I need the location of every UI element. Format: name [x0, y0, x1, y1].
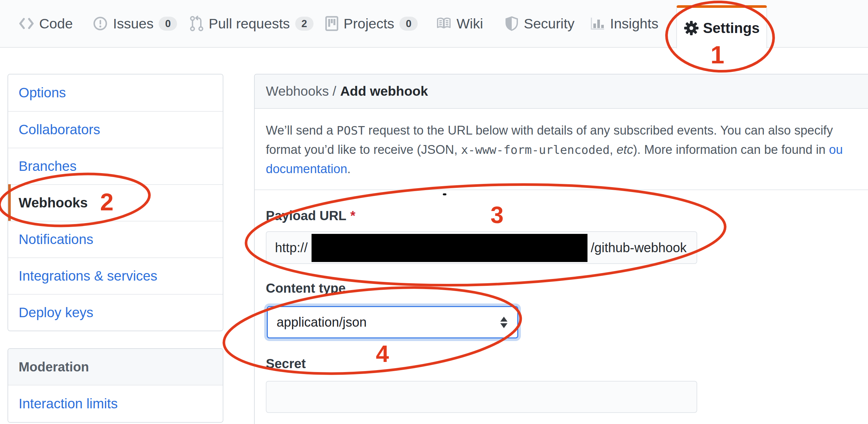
issue-opened-icon — [93, 16, 108, 31]
intro-line-2: format you’d like to receive (JSON, x-ww… — [266, 140, 843, 159]
graph-icon — [590, 17, 605, 30]
tab-label: Security — [524, 16, 575, 32]
projects-count-badge: 0 — [399, 17, 418, 31]
sidebar-item-label: Branches — [19, 158, 76, 174]
book-icon — [436, 17, 451, 30]
payload-url-input[interactable]: http:// /github-webhook — [266, 231, 697, 264]
required-asterisk: * — [350, 208, 355, 223]
tab-issues[interactable]: Issues 0 — [93, 0, 177, 47]
tab-insights[interactable]: Insights — [590, 0, 658, 47]
tab-security[interactable]: Security — [505, 0, 575, 47]
tab-label: Projects — [344, 16, 394, 32]
select-arrows-icon — [500, 316, 507, 328]
payload-url-suffix: /github-webhook — [591, 232, 687, 263]
tab-wiki[interactable]: Wiki — [436, 0, 483, 47]
documentation-link[interactable]: documentation — [266, 162, 347, 176]
content-type-value: application/json — [277, 315, 367, 330]
pull-requests-count-badge: 2 — [295, 17, 313, 31]
sidebar-item-label: Collaborators — [19, 122, 100, 138]
sidebar-item-label: Notifications — [19, 232, 93, 247]
sidebar-item-label: Webhooks — [19, 195, 88, 211]
sidebar-item-label: Options — [19, 85, 66, 101]
tab-projects[interactable]: Projects 0 — [325, 0, 418, 47]
payload-url-prefix: http:// — [275, 240, 308, 255]
secret-input[interactable] — [266, 381, 697, 413]
moderation-section-header: Moderation — [8, 349, 223, 386]
code-icon — [19, 18, 34, 29]
settings-sidebar-menu: Options Collaborators Branches Webhooks … — [7, 74, 223, 331]
intro-line-3: documentation. — [266, 159, 843, 179]
sidebar-item-options[interactable]: Options — [8, 74, 223, 111]
payload-url-label: Payload URL* — [266, 208, 355, 223]
issues-count-badge: 0 — [159, 17, 177, 31]
mono-urlencoded: x-www-form-urlencoded — [461, 143, 610, 156]
content-type-select[interactable]: application/json — [267, 306, 518, 338]
tab-label: Code — [39, 16, 73, 32]
stray-mark — [443, 193, 446, 195]
sidebar-item-notifications[interactable]: Notifications — [8, 221, 223, 258]
sidebar-item-integrations-services[interactable]: Integrations & services — [8, 258, 223, 294]
tab-label: Settings — [703, 20, 760, 36]
mono-post: POST — [337, 124, 365, 137]
breadcrumb: Webhooks / Add webhook — [255, 74, 868, 109]
breadcrumb-current: Add webhook — [340, 84, 428, 99]
sidebar-item-webhooks[interactable]: Webhooks — [8, 184, 223, 221]
git-pull-request-icon — [190, 16, 204, 31]
shield-icon — [505, 16, 519, 31]
tab-label: Pull requests — [209, 16, 290, 32]
webhook-intro-text: We’ll send a POST request to the URL bel… — [266, 121, 843, 179]
moderation-sidebar-menu: Moderation Interaction limits — [7, 348, 223, 423]
sidebar-item-interaction-limits[interactable]: Interaction limits — [8, 386, 223, 422]
tab-label: Insights — [610, 16, 658, 32]
tab-pull-requests[interactable]: Pull requests 2 — [190, 0, 313, 47]
secret-label: Secret — [266, 356, 306, 371]
gear-icon — [684, 21, 699, 36]
add-webhook-panel: Webhooks / Add webhook We’ll send a POST… — [254, 74, 868, 424]
tab-label: Wiki — [457, 16, 483, 32]
redaction-black-box — [312, 234, 588, 262]
tab-label: Issues — [113, 16, 154, 32]
section-divider — [255, 189, 868, 190]
breadcrumb-section[interactable]: Webhooks / — [266, 84, 336, 99]
content-type-label: Content type — [266, 281, 345, 296]
tab-settings-active[interactable]: Settings — [676, 5, 767, 48]
sidebar-item-label: Interaction limits — [19, 396, 118, 412]
our-documentation-link[interactable]: ou — [829, 143, 843, 156]
sidebar-item-label: Integrations & services — [19, 268, 157, 284]
tab-code[interactable]: Code — [19, 0, 73, 47]
intro-line-1: We’ll send a POST request to the URL bel… — [266, 121, 843, 140]
section-header-label: Moderation — [19, 360, 89, 374]
sidebar-item-branches[interactable]: Branches — [8, 148, 223, 184]
project-icon — [325, 16, 338, 31]
sidebar-item-label: Deploy keys — [19, 305, 93, 321]
sidebar-item-deploy-keys[interactable]: Deploy keys — [8, 294, 223, 331]
sidebar-item-collaborators[interactable]: Collaborators — [8, 111, 223, 148]
